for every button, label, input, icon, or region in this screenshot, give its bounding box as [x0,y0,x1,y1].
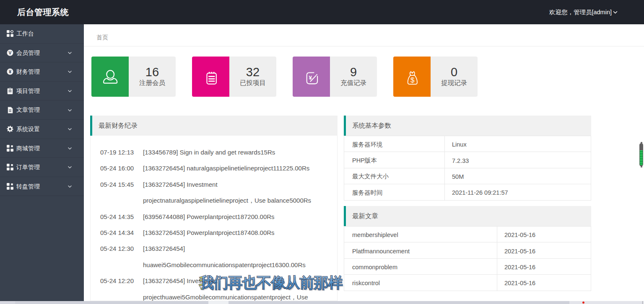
svg-text:V: V [9,51,12,55]
svg-text:¥: ¥ [9,69,11,74]
svg-text:$: $ [410,76,415,84]
